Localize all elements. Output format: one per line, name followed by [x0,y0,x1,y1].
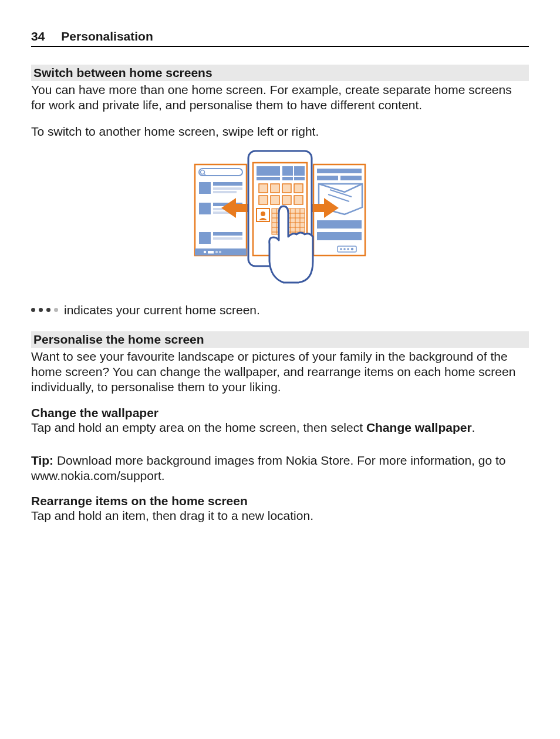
svg-rect-50 [271,196,279,204]
svg-rect-14 [213,237,242,240]
svg-rect-27 [317,232,362,240]
svg-rect-8 [199,203,211,214]
text-fragment: Tap and hold an empty area on the home s… [31,421,366,434]
svg-rect-13 [213,232,242,236]
svg-rect-23 [340,176,362,180]
chapter-title: Personalisation [61,29,153,43]
body-text: Tap and hold an item, then drag it to a … [31,508,529,523]
svg-point-32 [351,248,353,250]
svg-rect-49 [259,196,268,204]
svg-rect-4 [199,182,211,194]
svg-point-54 [261,211,265,216]
svg-rect-22 [317,176,338,180]
svg-rect-52 [294,196,303,204]
home-screen-indicator-row: indicates your current home screen. [31,303,529,317]
svg-rect-43 [282,177,293,180]
svg-point-30 [343,248,346,250]
page-header: 34 Personalisation [31,29,529,47]
body-text: Tap and hold an empty area on the home s… [31,420,529,435]
body-text: To switch to another home screen, swipe … [31,124,529,139]
svg-rect-6 [213,187,242,190]
svg-rect-26 [317,220,362,229]
ui-label-reference: Change wallpaper [366,421,472,434]
indicator-dot-icon [31,308,35,312]
svg-rect-48 [294,184,303,193]
svg-rect-40 [282,166,293,176]
section-heading-personalise: Personalise the home screen [31,331,529,348]
page-number: 34 [31,29,45,43]
svg-point-19 [219,251,221,253]
svg-rect-7 [213,191,237,193]
swipe-homescreen-illustration [31,150,529,288]
svg-rect-41 [294,166,305,176]
tip-text: Download more background images from Nok… [31,454,505,482]
svg-rect-39 [257,166,280,176]
tip-paragraph: Tip: Download more background images fro… [31,453,529,484]
text-fragment: . [472,421,475,434]
body-text: You can have more than one home screen. … [31,82,529,113]
indicator-dot-current-icon [54,308,58,312]
svg-rect-46 [271,184,279,193]
subheading-change-wallpaper: Change the wallpaper [31,406,529,420]
svg-point-29 [340,248,342,250]
svg-rect-47 [282,184,291,193]
indicator-description: indicates your current home screen. [64,303,260,317]
svg-rect-45 [259,184,268,193]
section-heading-switch-screens: Switch between home screens [31,65,529,81]
body-text: Want to see your favourite landscape or … [31,349,529,395]
svg-rect-44 [294,177,305,180]
tip-label: Tip: [31,454,53,467]
svg-point-18 [215,251,218,253]
indicator-dot-icon [39,308,43,312]
subheading-rearrange-items: Rearrange items on the home screen [31,494,529,508]
svg-point-31 [347,248,349,250]
indicator-dot-icon [46,308,50,312]
svg-rect-17 [208,251,214,254]
svg-rect-5 [213,182,242,186]
svg-rect-12 [199,232,211,244]
svg-rect-51 [282,196,291,204]
svg-point-16 [204,251,206,253]
svg-rect-42 [257,177,280,180]
svg-rect-21 [317,169,362,173]
document-page: 34 Personalisation Switch between home s… [0,0,560,558]
